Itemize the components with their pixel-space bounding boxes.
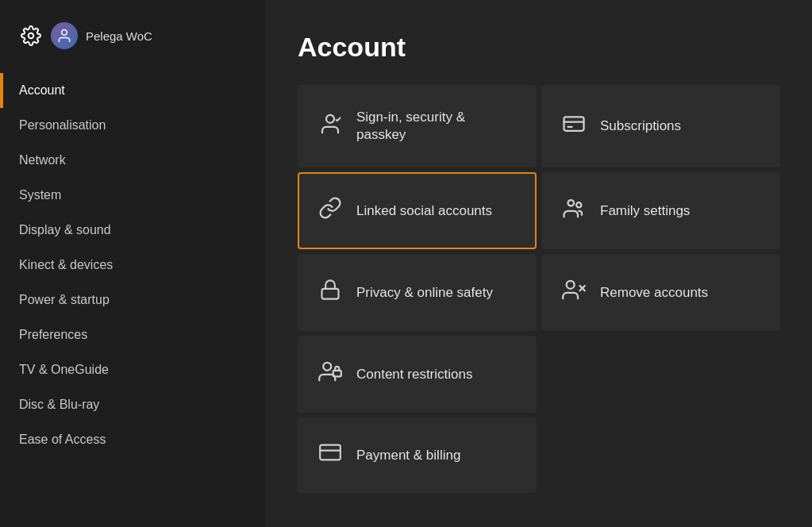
svg-point-6 bbox=[568, 200, 575, 206]
svg-point-12 bbox=[323, 363, 331, 371]
card-icon bbox=[318, 441, 342, 469]
subscriptions-icon bbox=[562, 112, 586, 141]
card-privacy-safety-label: Privacy & online safety bbox=[356, 284, 493, 302]
sidebar-item-label: System bbox=[19, 188, 61, 202]
svg-point-0 bbox=[29, 33, 34, 39]
sidebar-item-tv-oneguide[interactable]: TV & OneGuide bbox=[0, 352, 266, 387]
card-linked-social-label: Linked social accounts bbox=[356, 202, 492, 220]
settings-grid: Sign-in, security & passkey Subscription… bbox=[298, 85, 780, 493]
svg-point-2 bbox=[326, 114, 334, 122]
svg-point-1 bbox=[62, 30, 67, 36]
sidebar-item-system[interactable]: System bbox=[0, 178, 266, 213]
sidebar-item-label: Kinect & devices bbox=[19, 258, 113, 272]
svg-rect-8 bbox=[322, 289, 339, 299]
gear-icon[interactable] bbox=[19, 24, 43, 48]
sidebar: Pelega WoC Account Personalisation Netwo… bbox=[0, 0, 266, 527]
sidebar-item-label: Preferences bbox=[19, 328, 87, 342]
lock-icon bbox=[318, 279, 342, 306]
card-remove-accounts[interactable]: Remove accounts bbox=[541, 254, 780, 331]
svg-point-7 bbox=[576, 202, 581, 207]
remove-user-icon bbox=[562, 278, 586, 307]
sidebar-username: Pelega WoC bbox=[86, 29, 152, 43]
link-icon bbox=[318, 196, 342, 225]
sidebar-item-label: Power & startup bbox=[19, 293, 110, 307]
card-signin-security-label: Sign-in, security & passkey bbox=[356, 109, 516, 144]
svg-point-9 bbox=[567, 281, 575, 289]
sidebar-item-label: Network bbox=[19, 153, 66, 167]
sidebar-item-display-sound[interactable]: Display & sound bbox=[0, 213, 266, 248]
sidebar-item-network[interactable]: Network bbox=[0, 143, 266, 178]
sidebar-item-label: Account bbox=[19, 83, 65, 98]
card-content-restrictions[interactable]: Content restrictions bbox=[298, 336, 537, 413]
page-title: Account bbox=[298, 32, 780, 63]
sidebar-item-account[interactable]: Account bbox=[0, 73, 266, 108]
sidebar-item-disc-bluray[interactable]: Disc & Blu-ray bbox=[0, 387, 266, 422]
card-payment-billing-label: Payment & billing bbox=[356, 447, 460, 464]
sidebar-item-label: Ease of Access bbox=[19, 433, 106, 447]
family-icon bbox=[562, 196, 586, 225]
sidebar-item-preferences[interactable]: Preferences bbox=[0, 317, 266, 352]
sidebar-item-power-startup[interactable]: Power & startup bbox=[0, 283, 266, 317]
card-subscriptions-label: Subscriptions bbox=[600, 117, 681, 135]
empty-cell bbox=[541, 417, 780, 493]
card-privacy-safety[interactable]: Privacy & online safety bbox=[298, 254, 537, 331]
sidebar-item-label: Display & sound bbox=[19, 223, 111, 237]
card-linked-social[interactable]: Linked social accounts bbox=[298, 172, 537, 249]
svg-rect-14 bbox=[320, 445, 341, 460]
card-content-restrictions-label: Content restrictions bbox=[356, 366, 472, 383]
sidebar-item-personalisation[interactable]: Personalisation bbox=[0, 108, 266, 143]
sidebar-header: Pelega WoC bbox=[0, 0, 266, 73]
sidebar-item-kinect-devices[interactable]: Kinect & devices bbox=[0, 248, 266, 283]
sidebar-item-label: Disc & Blu-ray bbox=[19, 398, 99, 412]
card-remove-accounts-label: Remove accounts bbox=[600, 284, 708, 302]
card-family-settings[interactable]: Family settings bbox=[541, 172, 780, 249]
content-restrict-icon bbox=[318, 360, 342, 389]
svg-rect-13 bbox=[333, 371, 341, 377]
card-payment-billing[interactable]: Payment & billing bbox=[298, 417, 537, 493]
card-family-settings-label: Family settings bbox=[600, 202, 690, 220]
svg-rect-3 bbox=[564, 117, 584, 131]
user-shield-icon bbox=[318, 112, 342, 141]
sidebar-nav: Account Personalisation Network System D… bbox=[0, 73, 266, 527]
avatar bbox=[51, 22, 78, 49]
main-content: Account Sign-in, security & passkey bbox=[266, 0, 812, 527]
card-subscriptions[interactable]: Subscriptions bbox=[541, 85, 780, 167]
sidebar-item-ease-of-access[interactable]: Ease of Access bbox=[0, 422, 266, 457]
sidebar-item-label: TV & OneGuide bbox=[19, 363, 109, 377]
card-signin-security[interactable]: Sign-in, security & passkey bbox=[298, 85, 537, 167]
sidebar-item-label: Personalisation bbox=[19, 118, 106, 133]
